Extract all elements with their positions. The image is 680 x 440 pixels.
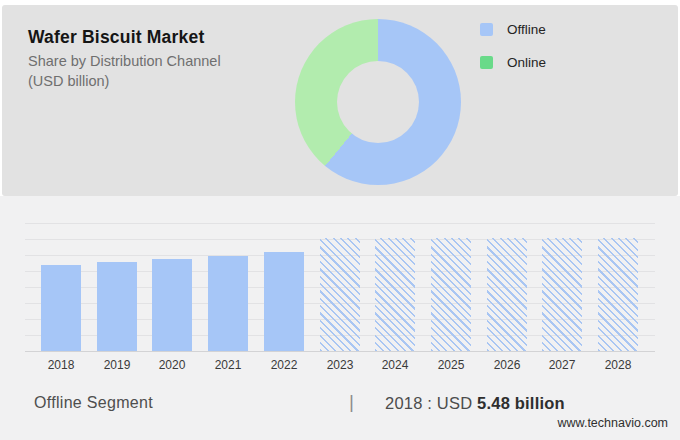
subtitle-line-1: Share by Distribution Channel bbox=[28, 51, 221, 71]
bar-2021 bbox=[208, 256, 248, 351]
page-subtitle: Share by Distribution Channel (USD billi… bbox=[28, 51, 221, 91]
x-axis-labels: 2018201920202021202220232024202520262027… bbox=[25, 358, 655, 374]
bar-2023-forecast bbox=[320, 238, 360, 351]
x-axis-label-2019: 2019 bbox=[89, 358, 145, 372]
x-axis-label-2018: 2018 bbox=[33, 358, 89, 372]
legend-item-online: Online bbox=[480, 56, 546, 69]
x-axis-label-2028: 2028 bbox=[590, 358, 646, 372]
x-axis-label-2020: 2020 bbox=[144, 358, 200, 372]
market-value-prefix: 2018 : USD bbox=[385, 394, 472, 412]
x-axis-label-2027: 2027 bbox=[534, 358, 590, 372]
bar-2019 bbox=[97, 262, 137, 351]
subtitle-line-2: (USD billion) bbox=[28, 71, 221, 91]
legend-item-offline: Offline bbox=[480, 23, 546, 36]
bar-2026-forecast bbox=[487, 238, 527, 351]
donut-chart bbox=[295, 19, 461, 185]
bar-2025-forecast bbox=[431, 238, 471, 351]
x-axis-label-2022: 2022 bbox=[256, 358, 312, 372]
bar-2020 bbox=[152, 259, 192, 351]
bar-2027-forecast bbox=[542, 238, 582, 351]
x-axis-label-2024: 2024 bbox=[367, 358, 423, 372]
donut-hole bbox=[337, 61, 419, 143]
legend-label-online: Online bbox=[507, 55, 546, 70]
bar-2024-forecast bbox=[375, 238, 415, 351]
bar-chart bbox=[25, 223, 655, 351]
market-value: 2018 : USD 5.48 billion bbox=[385, 394, 565, 413]
x-axis-label-2023: 2023 bbox=[312, 358, 368, 372]
page-title: Wafer Biscuit Market bbox=[28, 27, 204, 48]
bar-2022 bbox=[264, 252, 304, 351]
x-axis-label-2026: 2026 bbox=[479, 358, 535, 372]
x-axis-label-2025: 2025 bbox=[423, 358, 479, 372]
market-summary-panel: Wafer Biscuit Market Share by Distributi… bbox=[2, 5, 678, 196]
x-axis-label-2021: 2021 bbox=[200, 358, 256, 372]
x-axis-line bbox=[25, 351, 655, 352]
website-url: www.technavio.com bbox=[558, 416, 668, 430]
segment-label: Offline Segment bbox=[34, 394, 153, 412]
bar-2018 bbox=[41, 265, 81, 351]
online-swatch-icon bbox=[480, 56, 493, 69]
bar-2028-forecast bbox=[598, 238, 638, 351]
market-value-amount: 5.48 billion bbox=[477, 394, 565, 412]
legend-label-offline: Offline bbox=[507, 22, 546, 37]
legend: Offline Online bbox=[480, 23, 546, 89]
offline-swatch-icon bbox=[480, 23, 493, 36]
bars-layer bbox=[25, 223, 655, 351]
footer-divider: | bbox=[349, 391, 354, 413]
